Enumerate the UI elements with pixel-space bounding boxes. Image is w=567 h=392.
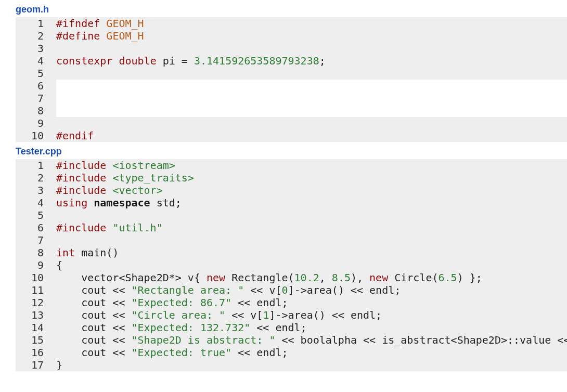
line-number: 16	[16, 346, 56, 359]
code-content: #endif	[56, 129, 567, 142]
code-line: 5	[16, 209, 567, 221]
code-line: 2#include <type_traits>	[16, 172, 567, 184]
code-token: <vector>	[112, 184, 162, 197]
line-number: 6	[16, 221, 56, 234]
code-token	[106, 159, 112, 172]
code-token: 1	[263, 309, 269, 321]
code-token: pi =	[157, 55, 194, 67]
line-number: 12	[16, 296, 56, 309]
code-token	[106, 184, 112, 197]
code-content[interactable]	[56, 104, 567, 117]
code-line: 9{	[16, 259, 567, 271]
code-token: "Rectangle area: "	[132, 284, 244, 296]
code-content: #include "util.h"	[56, 221, 567, 234]
code-token	[106, 221, 112, 234]
file-title: Tester.cpp	[0, 142, 567, 159]
code-token: std;	[150, 197, 182, 209]
line-number: 5	[16, 209, 56, 221]
line-number: 1	[16, 159, 56, 172]
line-number: 5	[16, 67, 56, 80]
code-token: <type_traits>	[112, 172, 194, 184]
code-listing-root: geom.h1#ifndef GEOM_H2#define GEOM_H34co…	[0, 0, 567, 371]
code-content[interactable]	[56, 80, 567, 92]
code-token: cout <<	[56, 284, 132, 296]
code-token: ]->area() << endl;	[269, 309, 382, 321]
code-token: ]->area() << endl;	[288, 284, 401, 296]
code-token: }	[56, 359, 62, 371]
code-line: 11 cout << "Rectangle area: " << v[0]->a…	[16, 284, 567, 296]
code-content: cout << "Expected: 86.7" << endl;	[56, 296, 567, 309]
line-number: 7	[16, 92, 56, 104]
code-token: ),	[351, 271, 369, 284]
code-token: 0	[282, 284, 288, 296]
line-number: 15	[16, 334, 56, 346]
code-line: 6#include "util.h"	[16, 221, 567, 234]
code-line: 16 cout << "Expected: true" << endl;	[16, 346, 567, 359]
code-token	[87, 197, 94, 209]
code-content: #define GEOM_H	[56, 30, 567, 42]
line-number: 2	[16, 30, 56, 42]
code-content: #include <type_traits>	[56, 172, 567, 184]
code-token: << endl;	[231, 346, 288, 359]
code-token: 8.5	[332, 271, 351, 284]
code-content: cout << "Expected: 132.732" << endl;	[56, 321, 567, 334]
code-token: Rectangle(	[225, 271, 294, 284]
code-line: 1#ifndef GEOM_H	[16, 17, 567, 30]
code-token: vector<Shape2D*> v{	[56, 271, 207, 284]
code-token: "Expected: true"	[132, 346, 232, 359]
code-token: int	[56, 246, 75, 259]
code-token: namespace	[94, 197, 150, 209]
code-line: 10#endif	[16, 129, 567, 142]
code-token: constexpr	[56, 55, 112, 67]
code-token: #define	[56, 30, 100, 42]
code-token: << v[	[244, 284, 281, 296]
code-token: << endl;	[250, 321, 306, 334]
code-token: << boolalpha << is_abstract<Shape2D>::va…	[275, 334, 567, 346]
code-token: <iostream>	[112, 159, 175, 172]
code-line: 10 vector<Shape2D*> v{ new Rectangle(10.…	[16, 271, 567, 284]
code-line[interactable]: 8	[16, 104, 567, 117]
line-number: 17	[16, 359, 56, 371]
code-line: 14 cout << "Expected: 132.732" << endl;	[16, 321, 567, 334]
code-line: 4using namespace std;	[16, 197, 567, 209]
line-number: 4	[16, 197, 56, 209]
code-token: 6.5	[439, 271, 457, 284]
code-token: cout <<	[56, 334, 132, 346]
code-token: #endif	[56, 129, 94, 142]
code-line: 8int main()	[16, 246, 567, 259]
line-number: 3	[16, 42, 56, 55]
line-number: 13	[16, 309, 56, 321]
line-number: 8	[16, 246, 56, 259]
code-line[interactable]: 6	[16, 80, 567, 92]
code-token: cout <<	[56, 296, 132, 309]
code-token	[100, 30, 106, 42]
code-content: vector<Shape2D*> v{ new Rectangle(10.2, …	[56, 271, 567, 284]
code-token: using	[56, 197, 87, 209]
code-content: {	[56, 259, 567, 271]
code-line: 1#include <iostream>	[16, 159, 567, 172]
code-token: "Expected: 86.7"	[132, 296, 232, 309]
line-number: 10	[16, 129, 56, 142]
code-line[interactable]: 7	[16, 92, 567, 104]
code-content: using namespace std;	[56, 197, 567, 209]
line-number: 8	[16, 104, 56, 117]
code-token: 3.141592653589793238	[194, 55, 319, 67]
code-token: GEOM_H	[106, 17, 144, 30]
code-token: ) };	[457, 271, 482, 284]
code-block: 1#ifndef GEOM_H2#define GEOM_H34constexp…	[16, 17, 567, 142]
code-token: cout <<	[56, 309, 132, 321]
code-token: cout <<	[56, 346, 132, 359]
code-token: #include	[56, 184, 106, 197]
code-token: #include	[56, 221, 106, 234]
code-content: #include <iostream>	[56, 159, 567, 172]
code-token: #include	[56, 172, 106, 184]
code-content: }	[56, 359, 567, 371]
code-token: 10.2	[294, 271, 319, 284]
code-token: new	[369, 271, 388, 284]
code-token: ,	[319, 271, 332, 284]
code-line: 13 cout << "Circle area: " << v[1]->area…	[16, 309, 567, 321]
line-number: 9	[16, 259, 56, 271]
code-content[interactable]	[56, 92, 567, 104]
line-number: 2	[16, 172, 56, 184]
code-content: cout << "Circle area: " << v[1]->area() …	[56, 309, 567, 321]
